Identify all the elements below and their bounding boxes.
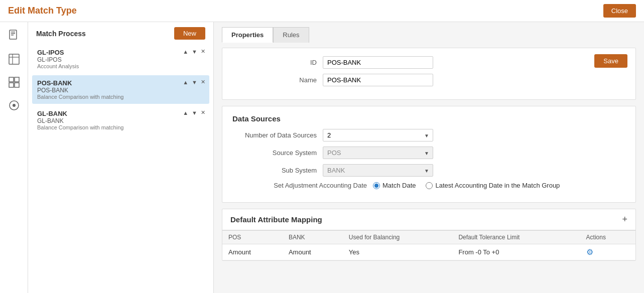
left-panel: Match Process New ▲ ▼ ✕ GL-IPOS GL-IPOS …: [28, 22, 214, 293]
match-item-gl-ipos[interactable]: ▲ ▼ ✕ GL-IPOS GL-IPOS Account Analysis: [32, 45, 209, 73]
name-input[interactable]: [323, 74, 433, 86]
row-pos: Amount: [222, 244, 283, 260]
num-sources-label: Number of Data Sources: [232, 131, 323, 139]
row-bank: Amount: [283, 244, 343, 260]
svg-rect-9: [9, 83, 14, 87]
cursor-icon[interactable]: [5, 96, 23, 114]
match-list: ▲ ▼ ✕ GL-IPOS GL-IPOS Account Analysis ▲…: [28, 43, 213, 293]
source-system-row: Source System POS ▼: [232, 146, 625, 159]
svg-rect-2: [11, 33, 15, 34]
document-icon[interactable]: [5, 27, 23, 45]
attr-mapping-add-button[interactable]: +: [622, 214, 627, 225]
sidebar-icons: [0, 22, 28, 293]
page-title: Edit Match Type: [8, 6, 77, 16]
pos-bank-desc: Balance Comparison with matching: [37, 94, 204, 100]
save-button[interactable]: Save: [594, 54, 627, 68]
id-input[interactable]: [323, 56, 433, 69]
col-bank: BANK: [283, 231, 343, 244]
radio-latest-label: Latest Accounting Date in the Match Grou…: [435, 182, 560, 189]
data-sources-title: Data Sources: [232, 114, 625, 123]
pos-bank-close-btn[interactable]: ✕: [200, 78, 206, 86]
match-item-pos-bank[interactable]: ▲ ▼ ✕ POS-BANK POS-BANK Balance Comparis…: [32, 75, 209, 104]
svg-rect-4: [9, 54, 19, 64]
gl-bank-desc: Balance Comparison with matching: [37, 124, 204, 130]
sub-system-select[interactable]: BANK: [323, 164, 433, 177]
radio-match-date-label: Match Date: [382, 182, 416, 189]
attr-mapping-table: POS BANK Used for Balancing Default Tole…: [222, 230, 635, 260]
gl-bank-close-btn[interactable]: ✕: [200, 109, 206, 116]
svg-point-12: [13, 104, 16, 107]
row-actions: ⚙: [580, 244, 635, 260]
radio-latest-input[interactable]: [426, 182, 433, 189]
close-button[interactable]: Close: [603, 4, 636, 18]
match-process-title: Match Process: [36, 30, 86, 38]
gl-bank-down-btn[interactable]: ▼: [191, 109, 198, 116]
pos-bank-name: POS-BANK: [37, 79, 204, 87]
grid-icon[interactable]: [5, 73, 23, 91]
name-label: Name: [232, 76, 323, 84]
gl-ipos-name: GL-IPOS: [37, 49, 204, 56]
svg-rect-1: [11, 32, 15, 33]
source-system-select-wrapper: POS ▼: [323, 146, 433, 159]
attr-mapping-section: Default Attribute Mapping + POS BANK Use…: [222, 209, 636, 261]
sub-system-row: Sub System BANK ▼: [232, 164, 625, 177]
gear-icon-button[interactable]: ⚙: [586, 247, 593, 257]
col-pos: POS: [222, 231, 283, 244]
name-field-row: Name: [232, 74, 625, 86]
svg-rect-7: [9, 77, 14, 82]
radio-latest-option[interactable]: Latest Accounting Date in the Match Grou…: [426, 182, 560, 189]
table-icon[interactable]: [5, 50, 23, 68]
attr-mapping-title: Default Attribute Mapping: [230, 215, 322, 224]
id-name-card: Save ID Name: [222, 48, 636, 100]
right-panel: Properties Rules Save ID Name Data Sourc…: [214, 22, 644, 293]
num-sources-select[interactable]: 1 2 3: [323, 129, 433, 141]
pos-bank-up-btn[interactable]: ▲: [182, 78, 189, 86]
match-item-gl-bank[interactable]: ▲ ▼ ✕ GL-BANK GL-BANK Balance Comparison…: [32, 106, 209, 134]
tab-rules[interactable]: Rules: [273, 27, 309, 43]
id-field-row: ID: [232, 56, 625, 69]
num-sources-select-wrapper: 1 2 3 ▼: [323, 129, 433, 141]
row-tolerance: From -0 To +0: [452, 244, 580, 260]
pos-bank-down-btn[interactable]: ▼: [191, 78, 198, 86]
adjustment-date-row: Set Adjustment Accounting Date Match Dat…: [232, 182, 625, 189]
gl-ipos-down-btn[interactable]: ▼: [191, 48, 198, 55]
attr-mapping-header: Default Attribute Mapping +: [222, 209, 635, 230]
svg-rect-3: [11, 35, 14, 36]
source-system-label: Source System: [232, 149, 323, 157]
svg-rect-8: [15, 77, 19, 82]
tab-bar: Properties Rules: [222, 27, 636, 43]
gl-bank-sub: GL-BANK: [37, 117, 204, 124]
radio-match-date-option[interactable]: Match Date: [373, 182, 416, 189]
sub-system-select-wrapper: BANK ▼: [323, 164, 433, 177]
adjustment-date-label: Set Adjustment Accounting Date: [232, 182, 373, 189]
row-balancing: Yes: [343, 244, 453, 260]
data-sources-card: Data Sources Number of Data Sources 1 2 …: [222, 106, 636, 203]
table-row: Amount Amount Yes From -0 To +0 ⚙: [222, 244, 635, 260]
col-balancing: Used for Balancing: [343, 231, 453, 244]
num-sources-row: Number of Data Sources 1 2 3 ▼: [232, 129, 625, 141]
radio-match-date-input[interactable]: [373, 182, 380, 189]
svg-rect-10: [15, 83, 19, 87]
pos-bank-sub: POS-BANK: [37, 87, 204, 94]
gl-ipos-sub: GL-IPOS: [37, 56, 204, 63]
col-actions: Actions: [580, 231, 635, 244]
adjustment-radio-group: Match Date Latest Accounting Date in the…: [373, 182, 560, 189]
col-tolerance: Default Tolerance Limit: [452, 231, 580, 244]
gl-ipos-close-btn[interactable]: ✕: [200, 48, 206, 55]
gl-ipos-up-btn[interactable]: ▲: [182, 48, 189, 55]
source-system-select[interactable]: POS: [323, 146, 433, 159]
sub-system-label: Sub System: [232, 167, 323, 174]
gl-bank-name: GL-BANK: [37, 110, 204, 117]
gl-ipos-desc: Account Analysis: [37, 63, 204, 69]
gl-bank-up-btn[interactable]: ▲: [182, 109, 189, 116]
id-label: ID: [232, 59, 323, 66]
new-button[interactable]: New: [174, 27, 205, 40]
tab-properties[interactable]: Properties: [222, 27, 273, 43]
